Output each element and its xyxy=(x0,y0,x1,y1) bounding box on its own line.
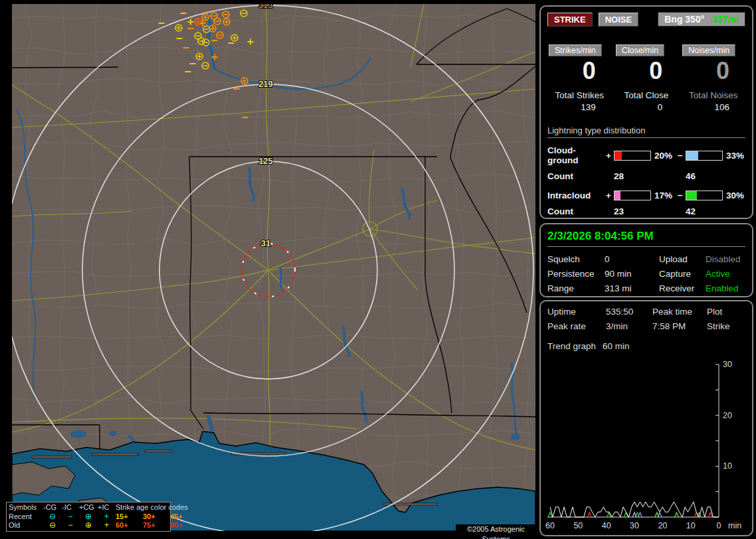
cg-neg-old-icon: ⊖ xyxy=(43,521,62,530)
svg-text:125: 125 xyxy=(258,156,273,166)
cg-positive-percent: 20% xyxy=(651,151,678,161)
trend-graph-label: Trend graph xyxy=(547,341,596,351)
cg-negative-count: 46 xyxy=(686,171,723,181)
ic-pos-recent-icon: + xyxy=(98,512,116,522)
ic-count-label: Count xyxy=(547,206,606,216)
copyright-notice: ©2005 Astrogenic Systems xyxy=(456,524,536,535)
status-panel: 2/3/2026 8:04:56 PM Squelch 0 Upload Dis… xyxy=(539,223,753,297)
age-code-90: 90+ xyxy=(170,521,197,530)
legend-row-old-label: Old xyxy=(9,521,43,530)
close-per-min-label[interactable]: Close/min xyxy=(616,44,665,56)
plus-sign: + xyxy=(606,151,614,161)
minus-sign: − xyxy=(678,151,686,161)
persistence-label: Persistence xyxy=(547,269,605,279)
noise-mode-button[interactable]: NOISE xyxy=(599,13,638,27)
ic-negative-count: 42 xyxy=(686,206,723,216)
svg-text:20: 20 xyxy=(658,521,667,530)
total-noises-label: Total Noises xyxy=(681,90,745,100)
plus-sign: + xyxy=(606,191,614,200)
peak-rate-label: Peak rate xyxy=(547,321,606,331)
range-label: Range xyxy=(547,283,605,293)
symbol-legend: Symbols -CG -IC +CG +IC Strike age color… xyxy=(6,502,171,532)
age-code-15: 15+ xyxy=(116,512,143,522)
strikes-per-min-value: 0 xyxy=(547,58,612,84)
squelch-value: 0 xyxy=(605,254,659,264)
plot-value: Strike xyxy=(707,321,745,331)
peak-time-label: Peak time xyxy=(652,307,707,317)
bearing-label: Bng 350° xyxy=(664,14,704,25)
cg-pos-old-icon: ⊕ xyxy=(79,521,98,530)
strikes-per-min-label[interactable]: Strikes/min xyxy=(549,44,602,56)
capture-label: Capture xyxy=(659,269,706,279)
minus-sign: − xyxy=(678,191,686,200)
noises-per-min-value: 0 xyxy=(681,58,745,84)
age-code-75: 75+ xyxy=(143,521,170,530)
svg-text:30: 30 xyxy=(630,521,639,530)
peak-rate-value: 3/min xyxy=(606,321,652,331)
ic-neg-recent-icon: − xyxy=(62,512,79,522)
stats-panel: STRIKE NOISE Bng 350°337mi Strikes/min C… xyxy=(539,5,753,219)
cg-negative-percent: 33% xyxy=(723,151,749,161)
age-code-45: 45+ xyxy=(170,512,197,522)
cg-pos-recent-icon: ⊕ xyxy=(79,512,98,522)
close-per-min-value: 0 xyxy=(614,58,679,84)
age-code-30: 30+ xyxy=(143,512,170,522)
svg-text:31: 31 xyxy=(261,238,270,248)
svg-text:30: 30 xyxy=(723,360,732,369)
svg-text:20: 20 xyxy=(723,411,732,420)
cg-neg-recent-icon: ⊖ xyxy=(43,512,62,522)
legend-cg-neg-header: -CG xyxy=(43,503,62,512)
total-noises-value: 106 xyxy=(681,102,745,112)
legend-age-title: Strike age color codes xyxy=(116,503,197,512)
svg-text:min: min xyxy=(728,521,741,530)
ic-neg-old-icon: − xyxy=(62,521,79,530)
peak-time-value: 7:58 PM xyxy=(652,321,707,331)
ic-positive-percent: 17% xyxy=(651,191,678,200)
lightning-map[interactable]: 31125219313 xyxy=(12,4,535,531)
legend-ic-pos-header: +IC xyxy=(98,503,116,512)
bearing-readout: Bng 350°337mi xyxy=(658,12,745,27)
ic-negative-percent: 30% xyxy=(723,191,749,200)
receiver-label: Receiver xyxy=(659,283,706,293)
intracloud-label: Intracloud xyxy=(547,191,606,200)
trend-graph: 1020306050403020100min xyxy=(543,354,752,534)
legend-cg-pos-header: +CG xyxy=(79,503,98,512)
persistence-value: 90 min xyxy=(605,269,659,279)
legend-symbols-header: Symbols xyxy=(9,503,43,512)
upload-status: Disabled xyxy=(706,254,745,264)
cg-positive-count: 28 xyxy=(614,171,651,181)
cloud-ground-label: Cloud-ground xyxy=(547,145,606,165)
datetime-display: 2/3/2026 8:04:56 PM xyxy=(547,230,745,247)
ic-positive-count: 23 xyxy=(614,206,651,216)
svg-text:313: 313 xyxy=(258,4,273,10)
total-strikes-label: Total Strikes xyxy=(547,90,612,100)
uptime-label: Uptime xyxy=(547,307,606,317)
map-canvas: 31125219313 xyxy=(12,4,535,531)
cg-positive-bar xyxy=(614,151,651,161)
receiver-status: Enabled xyxy=(706,283,745,293)
legend-ic-neg-header: -IC xyxy=(62,503,79,512)
cg-negative-bar xyxy=(686,151,723,161)
info-trend-panel: Uptime 535:50 Peak time Plot Peak rate 3… xyxy=(539,300,753,536)
range-value: 313 mi xyxy=(605,283,659,293)
bearing-range: 337mi xyxy=(712,14,739,25)
uptime-value: 535:50 xyxy=(606,307,652,317)
trend-window-value: 60 min xyxy=(603,341,630,351)
capture-status: Active xyxy=(706,269,745,279)
svg-text:219: 219 xyxy=(258,79,273,89)
ic-negative-bar xyxy=(686,191,723,200)
ic-positive-bar xyxy=(614,191,651,200)
legend-row-recent-label: Recent xyxy=(9,512,43,522)
age-code-60: 60+ xyxy=(116,521,143,530)
nexstorm-window: 31125219313 Symbols -CG -IC +CG +IC Stri… xyxy=(0,0,756,539)
ic-pos-old-icon: + xyxy=(98,521,116,530)
cg-count-label: Count xyxy=(547,171,606,181)
upload-label: Upload xyxy=(659,254,706,264)
strike-mode-button[interactable]: STRIKE xyxy=(547,13,593,27)
noises-per-min-label[interactable]: Noises/min xyxy=(682,44,735,56)
squelch-label: Squelch xyxy=(547,254,605,264)
svg-text:0: 0 xyxy=(717,521,721,530)
distribution-title: Lightning type distribution xyxy=(547,125,745,138)
plot-label: Plot xyxy=(707,307,745,317)
svg-text:60: 60 xyxy=(545,521,555,530)
